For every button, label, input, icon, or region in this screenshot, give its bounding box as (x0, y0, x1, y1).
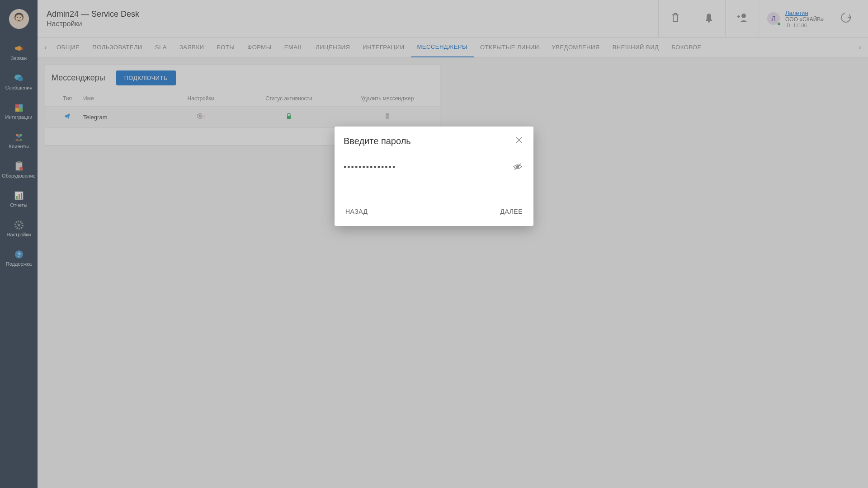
password-modal: Введите пароль НАЗАД ДАЛЕЕ (335, 127, 533, 226)
eye-off-icon (513, 164, 523, 172)
toggle-password-visibility[interactable] (511, 161, 524, 174)
close-icon (515, 137, 523, 145)
modal-overlay[interactable]: Введите пароль НАЗАД ДАЛЕЕ (0, 0, 868, 488)
password-input[interactable] (344, 160, 511, 175)
modal-close-button[interactable] (514, 135, 524, 147)
modal-back-button[interactable]: НАЗАД (344, 205, 370, 218)
modal-title: Введите пароль (344, 136, 411, 146)
modal-next-button[interactable]: ДАЛЕЕ (499, 205, 525, 218)
